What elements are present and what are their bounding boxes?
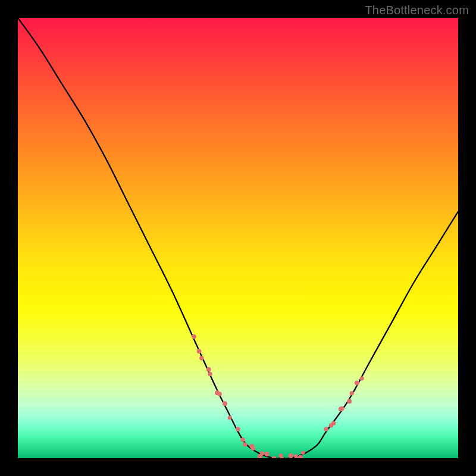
marker-dot: [236, 427, 240, 431]
marker-dot: [192, 334, 196, 339]
marker-dot: [251, 446, 255, 450]
marker-dot: [360, 376, 364, 380]
marker-dot: [228, 415, 232, 419]
marker-dot: [208, 372, 212, 376]
marker-dot: [350, 391, 354, 395]
marker-dot: [265, 452, 270, 456]
marker-dot: [301, 451, 305, 455]
watermark-text: TheBottleneck.com: [365, 4, 469, 17]
marker-dot: [243, 442, 247, 446]
marker-dot: [294, 454, 298, 458]
marker-dot: [271, 456, 276, 458]
marker-dot: [199, 356, 203, 360]
marker-dot: [331, 421, 336, 425]
marker-dot: [324, 427, 328, 431]
marker-dot: [223, 401, 227, 406]
marker-dot: [240, 437, 245, 442]
marker-dot: [347, 399, 352, 404]
data-markers: [192, 334, 364, 458]
marker-dot: [289, 453, 293, 458]
marker-dot: [340, 406, 344, 411]
marker-dot: [197, 349, 202, 354]
plot-area: [18, 18, 458, 458]
chart-frame: TheBottleneck.com: [0, 0, 476, 476]
marker-dot: [355, 381, 359, 386]
marker-dot: [218, 392, 222, 396]
bottleneck-curve: [18, 18, 458, 458]
marker-dot: [206, 367, 211, 372]
curve-svg: [18, 18, 458, 458]
marker-dot: [260, 451, 264, 455]
